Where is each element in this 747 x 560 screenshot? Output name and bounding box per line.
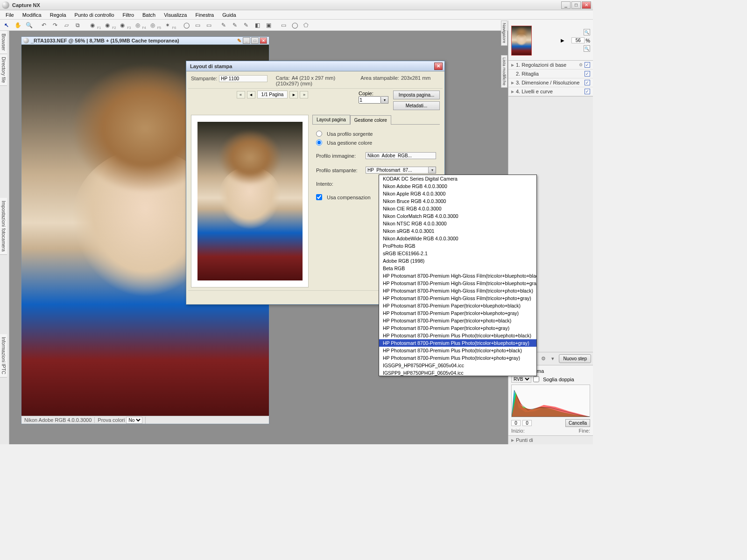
rotate-cw-icon[interactable]: ↷ bbox=[50, 21, 60, 30]
close-button[interactable]: ✕ bbox=[582, 1, 591, 9]
dropdown-item[interactable]: KODAK DC Series Digital Camera bbox=[379, 175, 536, 182]
dropdown-item[interactable]: Nikon Bruce RGB 4.0.0.3000 bbox=[379, 197, 536, 205]
dropdown-item[interactable]: Nikon AdobeWide RGB 4.0.0.3000 bbox=[379, 235, 536, 242]
f1-control-point-icon[interactable]: ◉ bbox=[88, 21, 97, 30]
brush-minus-icon[interactable]: ✎ bbox=[241, 21, 251, 30]
minimize-button[interactable]: _ bbox=[561, 1, 571, 9]
brush-plus-icon[interactable]: ✎ bbox=[230, 21, 240, 30]
select-minus-icon[interactable]: ▭ bbox=[204, 21, 213, 30]
tab-impostazioni-fotocamera[interactable]: Impostazioni fotocamera bbox=[0, 198, 7, 255]
dropdown-item[interactable]: HP Photosmart 8700-Premium High-Gloss Fi… bbox=[379, 280, 536, 287]
punti-di-panel[interactable]: ▶ Punti di bbox=[508, 435, 593, 444]
chevron-down-icon[interactable]: ▾ bbox=[550, 356, 556, 362]
checkbox-icon[interactable]: ✓ bbox=[585, 80, 590, 85]
pager-prev-button[interactable]: ◄ bbox=[247, 91, 255, 98]
menu-punto-di-controllo[interactable]: Punto di controllo bbox=[71, 11, 118, 19]
copies-spinner[interactable]: ▾ bbox=[381, 96, 388, 104]
select-plus-icon[interactable]: ▭ bbox=[193, 21, 202, 30]
image-profile-combo[interactable] bbox=[366, 152, 436, 159]
printer-profile-combo[interactable] bbox=[366, 167, 429, 174]
rotate-ccw-icon[interactable]: ↶ bbox=[39, 21, 49, 30]
checkbox-icon[interactable]: ✓ bbox=[585, 62, 590, 68]
tab-directory-file[interactable]: Directory file bbox=[0, 54, 7, 86]
tab-browser[interactable]: Browser bbox=[0, 31, 7, 54]
dropdown-item[interactable]: HP Photosmart 8700-Premium Plus Photo(tr… bbox=[379, 347, 536, 354]
checkbox-icon[interactable]: ✓ bbox=[585, 89, 590, 94]
pointer-tool-icon[interactable]: ↖ bbox=[2, 21, 11, 30]
zoom-out-button[interactable]: 🔍 bbox=[584, 45, 590, 52]
edit-list-item-1[interactable]: ▶1. Regolazioni di base⚙✓ bbox=[508, 61, 593, 70]
menu-regola[interactable]: Regola bbox=[46, 11, 70, 19]
hand-tool-icon[interactable]: ✋ bbox=[13, 21, 22, 30]
printer-field[interactable] bbox=[219, 75, 268, 82]
dropdown-item[interactable]: Nikon NTSC RGB 4.0.0.3000 bbox=[379, 220, 536, 227]
zoom-in-button[interactable]: 🔍 bbox=[584, 29, 590, 35]
dropdown-item[interactable]: HP Photosmart 8700-Premium Paper(tricolo… bbox=[379, 309, 536, 317]
dropdown-item[interactable]: Adobe RGB (1998) bbox=[379, 257, 536, 265]
pager-next-button[interactable]: ► bbox=[289, 91, 298, 98]
menu-guida[interactable]: Guida bbox=[218, 11, 240, 19]
f2-control-point-icon[interactable]: ◉ bbox=[103, 21, 112, 30]
f4-control-point-icon[interactable]: ◎ bbox=[133, 21, 142, 30]
marquee-poly-icon[interactable]: ⬠ bbox=[301, 21, 310, 30]
straighten-icon[interactable]: ▱ bbox=[62, 21, 71, 30]
tab-lista-modifiche[interactable]: Lista modifiche bbox=[501, 55, 507, 88]
dropdown-item[interactable]: Nikon Apple RGB 4.0.0.3000 bbox=[379, 190, 536, 197]
pager-last-button[interactable]: » bbox=[300, 91, 308, 98]
pager-first-button[interactable]: « bbox=[237, 91, 245, 98]
tab-informazioni-iptc[interactable]: Informazioni IPTC bbox=[0, 334, 7, 378]
dropdown-item[interactable]: HP Photosmart 8700-Premium High-Gloss Fi… bbox=[379, 287, 536, 294]
document-titlebar[interactable]: _RTA1033.NEF @ 56% | 8,7MB + (15,9MB Cac… bbox=[21, 36, 269, 45]
menu-finestra[interactable]: Finestra bbox=[191, 11, 218, 19]
tab-layout-pagina[interactable]: Layout pagina bbox=[312, 115, 350, 124]
radio-source-profile[interactable] bbox=[316, 131, 322, 137]
dropdown-item[interactable]: HP Photosmart 8700-Premium Plus Photo(tr… bbox=[379, 354, 536, 362]
f3-control-point-icon[interactable]: ◉ bbox=[118, 21, 127, 30]
edit-list-item-3[interactable]: ▶3. Dimensione / Risoluzione✓ bbox=[508, 78, 593, 87]
dropdown-item[interactable]: ProPhoto RGB bbox=[379, 242, 536, 250]
crop-icon[interactable]: ⧉ bbox=[73, 21, 82, 30]
brush-icon[interactable]: ✎ bbox=[219, 21, 228, 30]
histogram-cancel-button[interactable]: Cancella bbox=[565, 419, 590, 427]
marquee-oval-icon[interactable]: ◯ bbox=[290, 21, 299, 30]
f6-control-point-icon[interactable]: ✶ bbox=[163, 21, 172, 30]
edit-list-item-2[interactable]: 2. Ritaglia✓ bbox=[508, 70, 593, 78]
menu-filtro[interactable]: Filtro bbox=[119, 11, 138, 19]
checkbox-icon[interactable]: ✓ bbox=[585, 71, 590, 77]
histogram-channel-select[interactable]: RVB bbox=[511, 376, 531, 383]
dialog-titlebar[interactable]: Layout di stampa ✕ bbox=[186, 61, 444, 71]
printer-profile-dropdown-list[interactable]: KODAK DC Series Digital CameraNikon Adob… bbox=[379, 175, 537, 376]
document-minimize-button[interactable]: _ bbox=[243, 37, 250, 44]
menu-visualizza[interactable]: Visualizza bbox=[160, 11, 190, 19]
new-step-button[interactable]: Nuovo step bbox=[559, 354, 591, 363]
blackpoint-checkbox[interactable] bbox=[316, 194, 322, 200]
tab-navigatore[interactable]: Navigatore bbox=[501, 21, 507, 46]
zoom-input[interactable] bbox=[571, 37, 585, 43]
dropdown-item[interactable]: Beta RGB bbox=[379, 265, 536, 272]
double-threshold-checkbox[interactable] bbox=[533, 376, 539, 382]
dropdown-item[interactable]: HP Photosmart 8700-Premium Paper(tricolo… bbox=[379, 324, 536, 332]
marquee-rect-icon[interactable]: ▭ bbox=[279, 21, 288, 30]
histogram-end-input[interactable] bbox=[522, 420, 532, 426]
histogram-start-input[interactable] bbox=[511, 420, 521, 426]
menu-file[interactable]: File bbox=[2, 11, 18, 19]
zoom-tool-icon[interactable]: 🔍 bbox=[24, 21, 34, 30]
radio-color-management[interactable] bbox=[316, 140, 322, 146]
tab-gestione-colore[interactable]: Gestione colore bbox=[350, 115, 391, 125]
menu-modifica[interactable]: Modifica bbox=[19, 11, 45, 19]
dialog-close-button[interactable]: ✕ bbox=[434, 63, 443, 70]
status-proof-select[interactable]: No bbox=[126, 417, 142, 424]
dropdown-item[interactable]: HP Photosmart 8700-Premium Plus Photo(tr… bbox=[379, 332, 536, 339]
document-close-button[interactable]: ✕ bbox=[260, 37, 267, 44]
gear-icon[interactable]: ⚙ bbox=[540, 356, 547, 362]
dropdown-item[interactable]: Nikon Adobe RGB 4.0.0.3000 bbox=[379, 182, 536, 190]
page-setup-button[interactable]: Imposta pagina... bbox=[393, 91, 440, 99]
dropdown-item[interactable]: IGSGP9_HP8750PHGF_0605v04.icc bbox=[379, 362, 536, 369]
navigator-thumbnail[interactable] bbox=[511, 26, 532, 56]
dropdown-item[interactable]: HP Photosmart 8700-Premium High-Gloss Fi… bbox=[379, 294, 536, 302]
dropdown-item[interactable]: HP Photosmart 8700-Premium Plus Photo(tr… bbox=[379, 339, 536, 347]
dropdown-item[interactable]: IGSPP9_HP8750PHGF_0605v04.icc bbox=[379, 369, 536, 376]
printer-profile-dropdown-button[interactable]: ▾ bbox=[429, 167, 436, 174]
document-maximize-button[interactable]: □ bbox=[251, 37, 259, 44]
dropdown-item[interactable]: sRGB IEC61966-2.1 bbox=[379, 250, 536, 257]
